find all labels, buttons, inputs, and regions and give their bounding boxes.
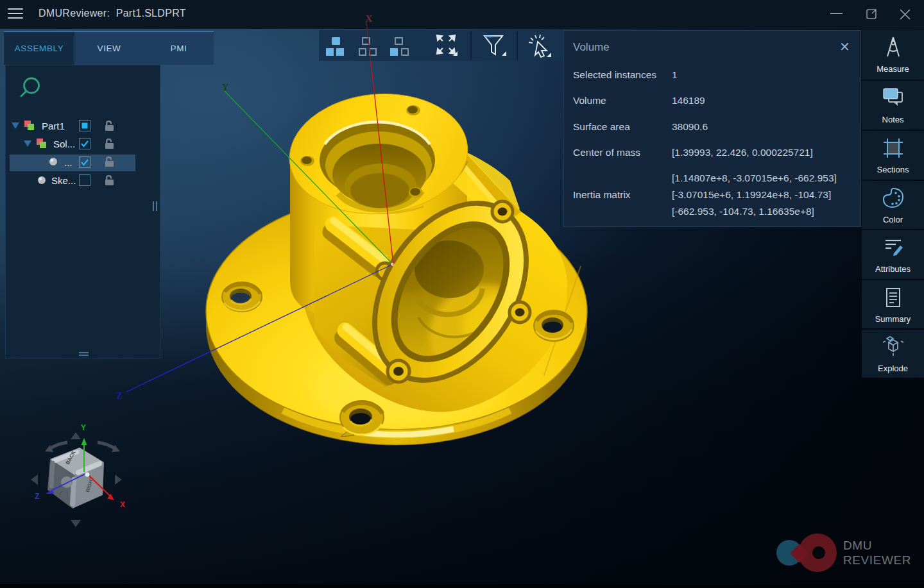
svg-text:Z: Z [116, 391, 122, 401]
svg-text:Sol...: Sol... [53, 139, 75, 149]
svg-text:Z: Z [35, 492, 39, 501]
svg-text:Part1: Part1 [42, 121, 65, 131]
svg-text:...: ... [64, 157, 73, 168]
svg-text:Y: Y [81, 423, 86, 432]
svg-text:X: X [120, 500, 125, 509]
svg-text:Ske...: Ske... [51, 175, 76, 186]
svg-text:Y: Y [222, 83, 228, 92]
